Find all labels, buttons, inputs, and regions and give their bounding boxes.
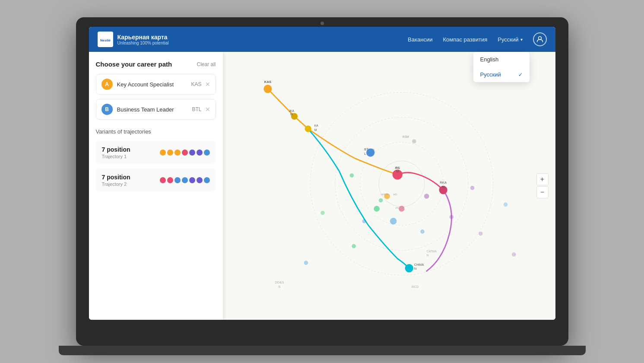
svg-point-8 [412, 139, 416, 143]
svg-point-12 [420, 229, 425, 234]
trajectory-1-label: Trajectory 1 [102, 154, 130, 159]
zoom-controls: + − [536, 173, 549, 198]
svg-point-16 [349, 173, 354, 178]
svg-point-6 [378, 161, 424, 207]
trajectory-2-info: 7 position Trajectory 2 [102, 174, 130, 187]
trajectory-1-position: 7 position [102, 146, 130, 153]
svg-text:CATMA: CATMA [426, 250, 437, 253]
svg-point-17 [352, 244, 356, 248]
chevron-down-icon: ▾ [520, 37, 523, 42]
app-subtitle: Unleashing 100% potential [117, 41, 169, 45]
svg-point-2 [538, 37, 541, 40]
svg-text:S: S [278, 285, 280, 289]
map-svg: RSM KAS JKA M KA M [223, 52, 555, 320]
svg-text:HRDM: HRDM [381, 193, 388, 196]
dot-t2-7 [204, 177, 210, 183]
svg-point-20 [503, 203, 508, 207]
svg-text:RSM: RSM [403, 135, 409, 138]
svg-text:M: M [314, 128, 317, 131]
career-item-btl: B Business Team Leader BTL ✕ [96, 99, 216, 120]
career-badge-b: B [102, 104, 113, 115]
header-logo: Nestlé Карьерная карта Unleashing 100% p… [98, 32, 169, 47]
dot-t2-1 [160, 177, 166, 183]
dot-3 [174, 150, 181, 156]
svg-point-15 [478, 232, 482, 236]
clear-all-button[interactable]: Clear all [197, 61, 216, 67]
career-item-kas: A Key Account Specialist KAS ✕ [96, 74, 216, 95]
svg-point-4 [335, 117, 468, 250]
remove-btl-icon[interactable]: ✕ [205, 106, 210, 113]
career-item-btl-name: Business Team Leader [117, 106, 174, 113]
career-path-header: Choose your career path Clear all [96, 60, 216, 68]
remove-kas-icon[interactable]: ✕ [205, 81, 210, 88]
svg-text:M: M [441, 185, 444, 189]
language-dropdown: English Русский ✓ [473, 52, 530, 82]
career-item-btl-right: BTL ✕ [192, 106, 210, 113]
nestle-logo-icon: Nestlé [98, 32, 113, 47]
svg-point-19 [304, 261, 308, 265]
svg-text:RS: RS [395, 166, 400, 170]
laptop-base [59, 346, 586, 355]
career-map[interactable]: RSM KAS JKA M KA M [223, 52, 555, 320]
user-icon[interactable] [533, 32, 547, 46]
lang-option-russian[interactable]: Русский ✓ [473, 67, 530, 82]
svg-text:L: L [364, 152, 366, 156]
lang-option-english[interactable]: English [473, 52, 530, 67]
svg-text:CHMA: CHMA [414, 263, 424, 267]
career-item-kas-name: Key Account Specialist [117, 81, 174, 88]
svg-point-18 [320, 211, 325, 215]
svg-text:BICD: BICD [411, 285, 418, 288]
dot-t2-2 [167, 177, 173, 183]
svg-text:ZRADM: ZRADM [395, 207, 404, 209]
dot-5 [189, 150, 195, 156]
current-language: Русский [498, 36, 518, 43]
career-path-title: Choose your career path [96, 60, 172, 68]
svg-point-43 [390, 218, 396, 224]
variants-title: Variants of trajectories [96, 128, 216, 135]
svg-text:RKA: RKA [440, 181, 447, 185]
trajectory-2-label: Trajectory 2 [102, 182, 130, 187]
trajectory-1-info: 7 position Trajectory 1 [102, 146, 130, 159]
header-title-block: Карьерная карта Unleashing 100% potentia… [117, 34, 169, 45]
nav-compass[interactable]: Компас развития [443, 36, 487, 43]
svg-text:MD: MD [393, 193, 397, 196]
dot-2 [167, 150, 173, 156]
dot-t2-5 [189, 177, 195, 183]
sidebar-panel: Choose your career path Clear all A Key … [89, 52, 223, 320]
svg-point-11 [362, 219, 366, 223]
svg-text:Nestlé: Nestlé [100, 38, 111, 42]
zoom-in-button[interactable]: + [536, 173, 549, 185]
svg-point-42 [374, 206, 379, 211]
career-item-btl-code: BTL [192, 106, 201, 112]
svg-text:N: N [426, 254, 428, 257]
dot-7 [204, 150, 210, 156]
svg-text:DD&S: DD&S [275, 280, 284, 284]
header-nav: Вакансии Компас развития Русский ▾ [408, 32, 546, 46]
dot-4 [182, 150, 188, 156]
trajectory-2-dots [160, 177, 210, 183]
svg-text:M: M [396, 169, 399, 173]
app-title: Карьерная карта [117, 34, 169, 41]
app-container: Nestlé Карьерная карта Unleashing 100% p… [89, 27, 555, 320]
svg-text:KAS: KAS [264, 80, 271, 84]
trajectory-2-position: 7 position [102, 174, 130, 181]
svg-text:BT: BT [364, 147, 368, 151]
svg-text:M: M [290, 113, 293, 116]
career-item-btl-left: B Business Team Leader [102, 104, 174, 115]
svg-point-10 [378, 198, 383, 203]
trajectory-2[interactable]: 7 position Trajectory 2 [96, 169, 216, 192]
trajectory-1[interactable]: 7 position Trajectory 1 [96, 141, 216, 164]
svg-point-21 [511, 252, 516, 257]
dot-t2-3 [174, 177, 181, 183]
dot-t2-4 [182, 177, 188, 183]
zoom-out-button[interactable]: − [536, 186, 549, 198]
svg-text:KA: KA [314, 124, 318, 127]
language-selector[interactable]: Русский ▾ [498, 36, 522, 43]
svg-point-13 [449, 215, 454, 219]
svg-point-14 [470, 186, 474, 190]
nav-vacancies[interactable]: Вакансии [408, 36, 432, 43]
main-content: Choose your career path Clear all A Key … [89, 52, 555, 320]
career-badge-a: A [102, 79, 113, 90]
career-item-kas-left: A Key Account Specialist [102, 79, 174, 90]
laptop-camera [320, 22, 324, 25]
